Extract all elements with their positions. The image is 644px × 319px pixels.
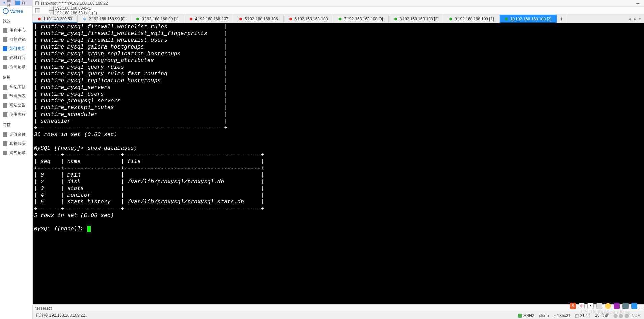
status-dot-icon [136,18,139,20]
sidebar-section-title: 使用 [3,75,30,81]
user-center-icon [3,28,7,33]
window-titlebar: ssh://root:******@192.168.168.109:22 – [33,0,644,7]
sidebar-item-label: 充值余额 [9,132,26,137]
sidebar-item-label: 用户中心 [9,28,26,33]
connection-tab[interactable]: i2 192.168.168.99 [0] [78,15,131,23]
traffic-icon [3,65,7,69]
session-bookmark-tab[interactable]: 192.168.168.63-bk1 [49,6,97,11]
update-icon [3,46,7,51]
sidebar-item[interactable]: 流量记录 [1,62,31,71]
connection-tab[interactable]: 3 192.168.168.99 [1] [131,15,184,23]
browser-translate[interactable]: ✦翻译 [3,0,11,8]
subscribe-icon [3,56,7,60]
topup-icon [3,132,7,137]
status-term: xterm [539,313,549,318]
status-dot-icon: i [83,18,86,20]
status-bar: 已连接 192.168.168.109:22。 SSH2 xterm ⌐ 135… [33,312,644,319]
tab-scroll-left[interactable]: ◄ [628,17,631,21]
terminal-cursor [87,226,91,232]
sidebar-item-label: 流量记录 [9,64,26,70]
status-dot-icon [190,18,192,20]
sidebar-item-label: 引荐赠钱 [9,37,26,42]
sidebar-item[interactable]: 常见问题 [1,83,31,92]
sidebar-item-label: 使用教程 [9,111,26,117]
status-connection: 已连接 192.168.168.109:22。 [36,313,89,318]
tutorial-icon [3,112,7,117]
sidebar-section-title: 我的 [3,18,30,24]
connection-tab[interactable]: 7 192.168.168.108 [0] [333,15,388,23]
package-icon [3,141,7,146]
sidebar-item-label: 节点列表 [9,93,26,99]
status-dims: ⌐ 135x31 [554,313,571,318]
tab-scroll-right[interactable]: ► [633,17,637,21]
status-dot-icon [505,18,508,20]
connection-tab[interactable]: 10 192.168.168.109 [2] [500,15,557,23]
settings-icon[interactable] [622,303,629,309]
sidebar-item[interactable]: 用户中心 [1,26,31,35]
faq-icon [3,85,7,90]
tool-icon[interactable] [614,303,620,309]
os-system-tray: S 中 • [567,301,641,311]
sidebar-item[interactable]: 资料订阅 [1,53,31,62]
brand[interactable]: V2free [3,8,30,14]
keyboard-icon[interactable] [596,303,602,309]
sidebar-item[interactable]: 如何更新 [1,44,31,53]
globe-icon [3,8,9,14]
sidebar-item[interactable]: 充值余额 [1,130,31,139]
sidebar-item[interactable]: 套餐购买 [1,139,31,148]
connection-tab[interactable]: 4 192.168.168.107 [184,15,234,23]
shield-icon [518,314,522,318]
sidebar-item[interactable]: 引荐赠钱 [1,35,31,44]
ime-punct-icon[interactable]: • [587,303,594,309]
connection-tab-row: 1 101.43.230.53i2 192.168.168.99 [0]3 19… [33,15,644,23]
tab-dropdown[interactable]: ▾ [639,17,641,21]
translate-icon: ✦ [3,1,6,5]
status-dot-icon [339,18,341,20]
connection-tab[interactable]: 8 192.168.168.108 [2] [389,15,444,23]
site-icon [3,103,7,108]
connection-tab[interactable]: 9 192.168.168.109 [1] [444,15,499,23]
session-bookmark-row: 192.168.168.63-bk1192.168.168.63-bk1 (2) [33,7,644,15]
cart-icon [3,151,7,155]
connection-tab[interactable]: 6 192.168.168.100 [284,15,334,23]
plane-icon [3,94,7,99]
status-ssh: SSH2 [518,313,534,318]
sidebar-item[interactable]: 购买记录 [1,148,31,157]
emoji-icon[interactable] [605,303,611,309]
main-content: ssh://root:******@192.168.168.109:22 – 1… [33,0,644,319]
yen-icon [3,37,7,42]
ime-cn-icon[interactable]: 中 [579,303,585,309]
command-input-bar[interactable]: tesseract – [33,304,644,312]
status-sessions: 10 会话 [595,313,609,318]
sidebar-item[interactable]: 使用教程 [1,110,31,119]
sidebar-item-label: 网站公告 [9,102,26,108]
sidebar-item-label: 常见问题 [9,84,26,90]
sogou-ime-icon[interactable]: S [570,303,576,309]
minimize-button[interactable]: – [634,0,641,6]
sidebar-item-label: 购买记录 [9,150,26,156]
terminal-output[interactable]: | runtime_mysql_firewall_whitelist_rules… [33,23,644,304]
browser-baidu[interactable]: 百 [15,0,25,5]
baidu-icon [15,1,20,5]
command-echo: tesseract [35,306,52,311]
sidebar-item-label: 如何更新 [9,46,26,52]
status-dot-icon [38,18,41,20]
login-icon[interactable] [631,303,637,309]
sidebar-item[interactable]: 节点列表 [1,92,31,101]
brand-text: V2free [10,9,23,14]
sidebar-item-label: 资料订阅 [9,55,26,61]
sidebar-item[interactable]: 网站公告 [1,101,31,110]
bookmark-icon [35,8,40,13]
left-sidebar: ✦翻译 百 V2free 我的用户中心引荐赠钱如何更新资料订阅流量记录使用常见问… [0,0,33,319]
connection-tab[interactable]: 5 192.168.168.106 [234,15,284,23]
connection-tab[interactable]: 1 101.43.230.53 [33,15,78,23]
status-dot-icon [394,18,397,20]
bookmark-group-icon[interactable] [35,8,41,13]
status-dot-icon [449,18,452,20]
ssh-url: ssh://root:******@192.168.168.109:22 [41,1,108,6]
lock-icon [35,1,39,5]
status-dot-icon [239,18,242,20]
status-dot-icon [289,18,292,20]
status-caps: ⬤ ⬤ ⬤NUM [613,313,641,318]
add-tab-button[interactable]: + [557,15,566,23]
